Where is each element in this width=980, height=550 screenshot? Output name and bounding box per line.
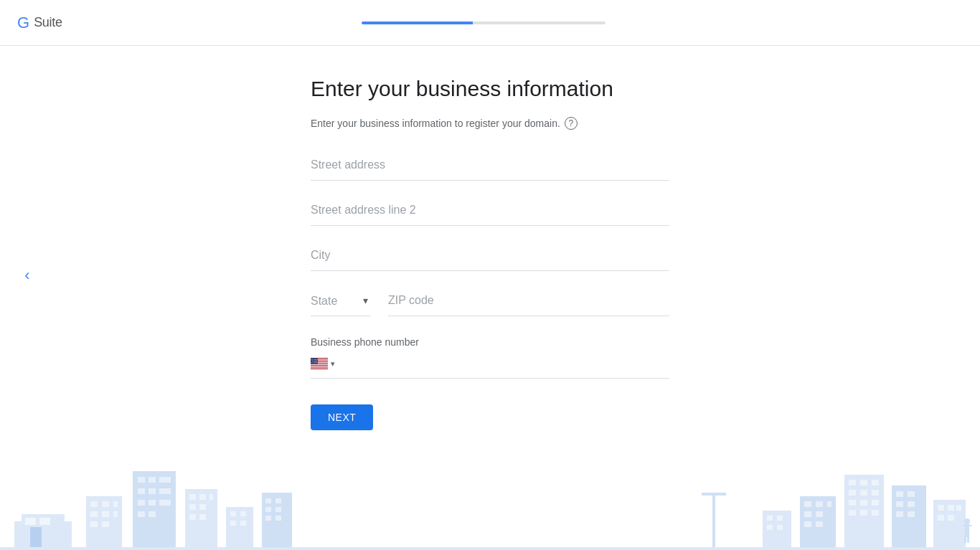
svg-rect-26	[102, 501, 109, 507]
svg-rect-54	[230, 511, 236, 516]
svg-rect-82	[849, 480, 856, 485]
svg-rect-113	[490, 547, 980, 550]
svg-rect-74	[804, 501, 811, 507]
svg-rect-61	[265, 507, 271, 512]
svg-rect-93	[872, 510, 879, 516]
svg-rect-21	[25, 518, 36, 525]
app-header: G Suite	[0, 0, 980, 46]
svg-rect-57	[240, 521, 246, 526]
help-icon[interactable]: ?	[565, 117, 578, 130]
svg-rect-59	[265, 498, 271, 503]
svg-rect-40	[138, 500, 145, 506]
city-field	[311, 246, 669, 271]
progress-filled	[362, 22, 473, 24]
svg-rect-95	[896, 491, 903, 497]
svg-rect-35	[149, 477, 156, 483]
svg-rect-5	[311, 366, 328, 366]
svg-rect-34	[138, 477, 145, 483]
svg-rect-44	[149, 511, 156, 517]
svg-rect-49	[189, 504, 196, 510]
svg-rect-66	[712, 493, 715, 550]
svg-rect-105	[938, 515, 944, 521]
svg-rect-52	[199, 514, 206, 520]
subtitle-text: Enter your business information to regis…	[311, 118, 560, 129]
city-input[interactable]	[311, 246, 669, 265]
svg-rect-62	[275, 507, 281, 512]
svg-rect-79	[804, 521, 811, 527]
svg-rect-75	[816, 501, 823, 507]
svg-rect-46	[189, 494, 196, 500]
svg-rect-102	[938, 505, 944, 511]
svg-rect-96	[908, 491, 915, 497]
page-title: Enter your business information	[311, 75, 669, 103]
svg-rect-28	[90, 511, 98, 517]
svg-rect-19	[14, 521, 72, 550]
state-zip-row: State Alabama Alaska Arizona California …	[311, 291, 669, 316]
state-select[interactable]: State Alabama Alaska Arizona California …	[311, 292, 371, 310]
city-illustration	[0, 457, 980, 550]
svg-rect-84	[872, 480, 879, 485]
svg-rect-47	[199, 494, 206, 500]
svg-rect-69	[767, 516, 773, 521]
svg-rect-83	[860, 480, 867, 485]
svg-rect-70	[777, 516, 783, 521]
page-subtitle: Enter your business information to regis…	[311, 117, 669, 130]
svg-rect-110	[962, 525, 972, 526]
svg-rect-76	[827, 501, 831, 507]
svg-rect-51	[189, 514, 196, 520]
street-address-group	[311, 156, 669, 181]
phone-section: Business phone number ★★★★	[311, 336, 669, 379]
svg-rect-63	[265, 516, 271, 521]
city-right-svg	[490, 457, 980, 550]
svg-rect-23	[30, 527, 42, 550]
city-left-svg	[0, 457, 490, 550]
svg-rect-27	[113, 501, 118, 507]
svg-rect-104	[956, 505, 961, 511]
svg-rect-42	[159, 500, 171, 506]
street-address2-group	[311, 201, 669, 226]
svg-rect-22	[39, 518, 50, 525]
svg-rect-106	[948, 515, 954, 521]
gsuite-logo: G Suite	[17, 14, 62, 32]
g-letter: G	[17, 14, 29, 32]
svg-rect-38	[149, 488, 156, 494]
street-address-input[interactable]	[311, 156, 669, 174]
street-address2-field	[311, 201, 669, 226]
svg-rect-87	[872, 490, 879, 496]
svg-rect-111	[964, 534, 966, 543]
svg-rect-39	[159, 488, 171, 494]
svg-rect-64	[275, 516, 281, 521]
svg-rect-55	[240, 511, 246, 516]
svg-rect-97	[896, 501, 903, 507]
svg-rect-85	[849, 490, 856, 496]
svg-rect-100	[908, 511, 915, 517]
svg-rect-37	[138, 488, 145, 494]
svg-rect-31	[90, 521, 98, 527]
phone-number-input[interactable]	[341, 357, 669, 370]
svg-rect-43	[138, 511, 145, 517]
phone-label: Business phone number	[311, 336, 669, 348]
country-selector-button[interactable]: ★★★★ ★★★ ★★★★ ▾	[311, 355, 335, 372]
svg-rect-72	[777, 525, 783, 530]
zip-input[interactable]	[388, 291, 669, 310]
svg-rect-41	[149, 500, 156, 506]
svg-rect-88	[849, 500, 856, 506]
svg-rect-25	[90, 501, 98, 507]
progress-empty	[473, 22, 606, 24]
next-button[interactable]: NEXT	[311, 404, 373, 430]
svg-rect-4	[311, 364, 328, 365]
svg-rect-32	[102, 521, 109, 527]
city-group	[311, 246, 669, 271]
svg-rect-71	[767, 525, 773, 530]
svg-rect-29	[102, 511, 109, 517]
svg-rect-30	[113, 511, 118, 517]
svg-rect-92	[860, 510, 867, 516]
country-chevron-icon: ▾	[331, 359, 335, 369]
svg-rect-98	[908, 501, 915, 507]
main-content: Enter your business information Enter yo…	[296, 46, 684, 459]
back-button[interactable]: ‹	[14, 262, 40, 288]
svg-rect-50	[199, 504, 206, 510]
svg-rect-86	[860, 490, 867, 496]
street-address2-input[interactable]	[311, 201, 669, 219]
street-address-field	[311, 156, 669, 181]
